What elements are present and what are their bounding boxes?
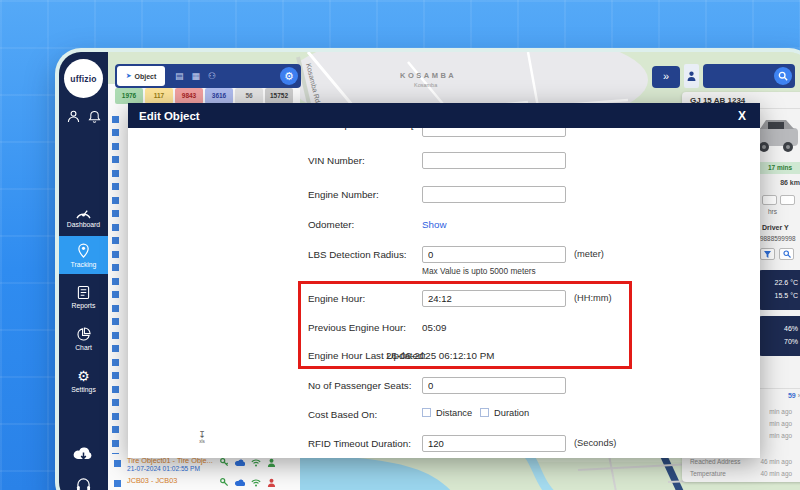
app-window: Kosamba Rd KOSAMBA Kosamba SA Tire Objec… [55, 48, 800, 490]
sidebar: uffizio Dashboard Tracking Reports Chart… [59, 52, 108, 490]
temp-high: 22.6 °C [758, 276, 798, 289]
status-chip-row: 1976 117 9843 3616 56 15752 [115, 88, 293, 104]
filter-icon[interactable] [760, 248, 775, 260]
cloud-icon [235, 459, 245, 467]
settings-gear-icon: ⚙ [77, 369, 90, 384]
field-label-engine-number: Engine Number: [308, 189, 379, 200]
driver-icon [267, 458, 276, 467]
passenger-seats-input[interactable] [422, 377, 566, 394]
field-label-engine-hour: Engine Hour: [308, 293, 365, 304]
wifi-icon [251, 479, 261, 487]
field-label-odometer: Odometer: [308, 219, 354, 230]
search-input[interactable] [703, 64, 795, 88]
row-checkbox[interactable] [114, 460, 121, 467]
key-icon [220, 478, 229, 487]
driver-name: Driver Y [762, 224, 789, 231]
brand-logo[interactable]: uffizio [64, 59, 103, 98]
person-icon[interactable]: ⚇ [208, 64, 216, 88]
object-status-icons [220, 458, 276, 467]
building-icon[interactable]: ▤ [175, 64, 184, 88]
odometer-show-link[interactable]: Show [422, 219, 447, 230]
rfid-timeout-input[interactable] [422, 435, 566, 452]
object-date: 21-07-2024 01:02:55 PM [127, 465, 200, 472]
expand-panel-button[interactable]: » [652, 66, 680, 88]
distance-checkbox-label[interactable]: Distance [436, 408, 472, 418]
driver-filter-button[interactable] [684, 64, 699, 88]
tracking-icon [77, 243, 90, 259]
modal-title: Edit Object [139, 110, 200, 122]
engine-number-input[interactable] [422, 186, 566, 203]
temperature-widget: 22.6 °C 15.5 °C [758, 270, 800, 310]
navigation-arrow-icon: ➤ [126, 72, 132, 80]
edit-object-modal: Consumption Tolerance[+/-]: VIN Number: … [128, 103, 760, 458]
download-arrow-icon: ↧ [195, 431, 209, 439]
stepper-plus[interactable] [780, 195, 795, 205]
driver-icon [267, 478, 276, 487]
duration-checkbox[interactable] [480, 408, 489, 417]
event-count-badge[interactable]: 59 › [788, 392, 800, 399]
field-label-previous-engine-hour: Previous Engine Hour: [308, 322, 406, 333]
key-icon [220, 458, 229, 467]
object-row[interactable]: JCB03 - JCB03 [108, 476, 300, 490]
user-icon[interactable] [67, 110, 80, 123]
engine-hour-input[interactable] [422, 290, 566, 307]
sidebar-item-tracking[interactable]: Tracking [59, 236, 108, 274]
rfid-unit-label: (Seconds) [574, 438, 616, 448]
close-icon[interactable]: X [738, 109, 746, 123]
cloud-download-icon[interactable] [73, 444, 94, 461]
chip-total[interactable]: 15752 [265, 88, 293, 104]
tab-object[interactable]: ➤ Object [117, 66, 165, 86]
duration-checkbox-label[interactable]: Duration [494, 408, 529, 418]
humidity-high: 46% [758, 322, 798, 335]
chip-running[interactable]: 1976 [115, 88, 143, 104]
chip-inactive[interactable]: 3616 [205, 88, 233, 104]
screenshot-root: { "brand": { "logo_text": "uffizio" }, "… [0, 0, 800, 490]
headset-icon[interactable] [76, 478, 91, 490]
bell-icon[interactable] [88, 110, 101, 123]
engine-hour-updated-value: 26-06-2025 06:12:10 PM [386, 350, 494, 361]
object-status-icons [220, 478, 276, 487]
field-label-passenger-seats: No of Passenger Seats: [308, 380, 411, 391]
sidebar-item-settings[interactable]: ⚙ Settings [59, 362, 108, 400]
object-row[interactable]: Tire Object01 - Tire Obje... 21-07-2024 … [108, 456, 300, 476]
field-label-lbs-radius: LBS Detection Radius: [308, 249, 407, 260]
object-list-checkbox-column[interactable] [112, 116, 119, 454]
chart-icon [76, 327, 91, 342]
modal-header: Edit Object X [128, 103, 760, 128]
map-city-sublabel: Kosamba [414, 82, 438, 88]
previous-engine-hour-value: 05:09 [422, 322, 447, 333]
reports-icon [77, 285, 90, 300]
field-label-vin: VIN Number: [308, 155, 365, 166]
grid-icon[interactable]: ▦ [192, 64, 201, 88]
object-name[interactable]: JCB03 - JCB03 [127, 476, 177, 485]
row-checkbox[interactable] [114, 480, 121, 487]
vin-number-input[interactable] [422, 152, 566, 169]
dashboard-icon [75, 206, 92, 219]
event-label: Temperature [690, 470, 726, 477]
event-time: 46 min ago [760, 458, 792, 465]
app-stage: Kosamba Rd KOSAMBA Kosamba SA Tire Objec… [55, 48, 800, 490]
map-city-label: KOSAMBA [400, 71, 456, 80]
zoom-to-icon[interactable] [779, 248, 794, 260]
lbs-max-hint: Max Value is upto 5000 meters [422, 266, 536, 276]
sidebar-item-reports[interactable]: Reports [59, 278, 108, 316]
gear-icon[interactable]: ⚙ [280, 67, 298, 85]
event-label: Reached Address [690, 458, 740, 465]
distance-checkbox[interactable] [422, 408, 431, 417]
lbs-unit-label: (meter) [574, 249, 604, 259]
chip-nodata[interactable]: 56 [235, 88, 263, 104]
search-icon[interactable] [774, 67, 792, 85]
export-xls-icon[interactable]: ↧ xls [195, 431, 209, 444]
lbs-radius-input[interactable] [422, 246, 566, 263]
chip-stopped[interactable]: 9843 [175, 88, 203, 104]
hours-label: hrs [768, 208, 777, 215]
sidebar-item-chart[interactable]: Chart [59, 320, 108, 358]
map-toolbar: ➤ Object ▤ ▦ ⚇ ⚙ [115, 64, 301, 88]
toolbar-icons: ▤ ▦ ⚇ [175, 64, 216, 88]
engine-hour-format-label: (HH:mm) [574, 293, 612, 303]
chip-idle[interactable]: 117 [145, 88, 173, 104]
field-label-rfid-timeout: RFID Timeout Duration: [308, 438, 411, 449]
hours-stepper[interactable] [762, 195, 795, 205]
stepper-minus[interactable] [762, 195, 777, 205]
sidebar-item-dashboard[interactable]: Dashboard [59, 198, 108, 236]
